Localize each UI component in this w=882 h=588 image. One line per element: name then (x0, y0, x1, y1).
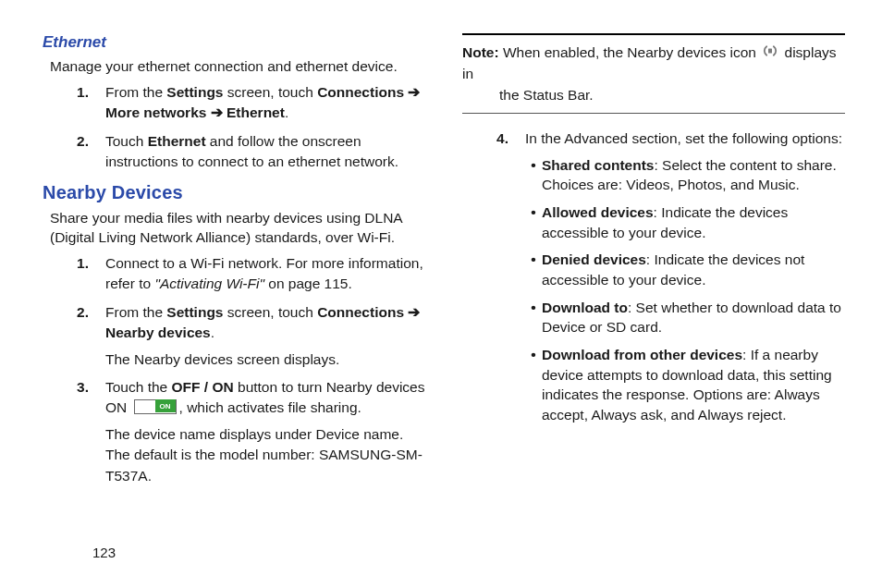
text: When enabled, the Nearby devices icon (499, 44, 761, 60)
bullet-icon: • (525, 155, 542, 195)
step-number: 1. (43, 82, 105, 124)
nearby-steps: 1. Connect to a Wi-Fi network. For more … (43, 253, 427, 487)
list-item: 2. From the Settings screen, touch Conne… (43, 302, 427, 370)
nearby-devices-icon (762, 43, 778, 64)
bold: Ethernet (148, 133, 206, 149)
text: Touch (105, 133, 148, 149)
text: screen, touch (223, 304, 317, 320)
ethernet-steps: 1. From the Settings screen, touch Conne… (43, 82, 427, 173)
step-4-list: 4. In the Advanced section, set the foll… (462, 129, 845, 433)
bullet-text: Denied devices: Indicate the devices not… (542, 250, 845, 289)
bullet-icon: • (525, 250, 542, 289)
step-number: 4. (462, 129, 525, 433)
nearby-devices-heading: Nearby Devices (43, 182, 427, 203)
bold: More networks (105, 104, 206, 120)
nearby-intro: Share your media files with nearby devic… (50, 209, 427, 248)
bold: Download to (542, 300, 628, 315)
bold: Download from other devices (542, 347, 742, 362)
arrow-icon: ➔ (206, 104, 227, 120)
arrow-icon: ➔ (404, 84, 420, 100)
bold: Settings (166, 304, 223, 320)
list-item: •Denied devices: Indicate the devices no… (525, 250, 845, 289)
list-item: 4. In the Advanced section, set the foll… (462, 129, 845, 433)
step-text: In the Advanced section, set the followi… (525, 129, 845, 433)
bullet-text: Allowed devices: Indicate the devices ac… (542, 202, 845, 242)
step-number: 2. (43, 131, 105, 173)
bold: Nearby devices (105, 325, 211, 340)
text: The Nearby devices screen displays. (105, 351, 339, 367)
bullet-icon: • (525, 202, 542, 242)
text: . (211, 325, 214, 340)
text: From the (105, 304, 166, 320)
bullet-text: Shared contents: Select the content to s… (542, 155, 845, 195)
list-item: 1. Connect to a Wi-Fi network. For more … (43, 253, 427, 295)
svg-rect-0 (768, 48, 772, 53)
text: . (285, 104, 288, 120)
step-text: From the Settings screen, touch Connecti… (105, 82, 427, 124)
note-label: Note: (462, 44, 499, 60)
bold: Connections (317, 304, 404, 320)
text: , which activates file sharing. (179, 399, 361, 415)
list-item: •Download from other devices: If a nearb… (525, 345, 845, 425)
bold: Ethernet (227, 104, 285, 120)
bold: Shared contents (542, 157, 654, 173)
bullet-text: Download to: Set whether to download dat… (542, 298, 845, 337)
list-item: •Download to: Set whether to download da… (525, 298, 845, 337)
step-number: 2. (43, 302, 105, 370)
toggle-on-icon (134, 399, 177, 414)
step-text: Touch Ethernet and follow the onscreen i… (105, 131, 427, 173)
text: In the Advanced section, set the followi… (525, 130, 842, 146)
step-text: Touch the OFF / ON button to turn Nearby… (105, 377, 427, 486)
bold: Connections (317, 84, 404, 100)
bullet-icon: • (525, 345, 542, 425)
left-column: Ethernet Manage your ethernet connection… (43, 33, 427, 494)
note-box: Note: When enabled, the Nearby devices i… (462, 33, 845, 114)
text: on page 115. (264, 276, 352, 291)
bold: Allowed devices (542, 204, 654, 220)
step-number: 3. (43, 377, 105, 486)
list-item: •Allowed devices: Indicate the devices a… (525, 202, 845, 242)
bullet-text: Download from other devices: If a nearby… (542, 345, 845, 425)
ethernet-intro: Manage your ethernet connection and ethe… (50, 57, 427, 77)
note-continuation: the Status Bar. (462, 85, 845, 105)
italic: "Activating Wi-Fi" (154, 276, 264, 291)
list-item: •Shared contents: Select the content to … (525, 155, 845, 195)
step-number: 1. (43, 253, 105, 295)
bold: Settings (166, 84, 223, 100)
list-item: 1. From the Settings screen, touch Conne… (43, 82, 427, 124)
list-item: 3. Touch the OFF / ON button to turn Nea… (43, 377, 427, 486)
ethernet-heading: Ethernet (43, 33, 427, 52)
bullet-icon: • (525, 298, 542, 337)
text: Touch the (105, 379, 172, 395)
right-column: Note: When enabled, the Nearby devices i… (462, 33, 845, 494)
step-text: From the Settings screen, touch Connecti… (105, 302, 427, 370)
text: screen, touch (223, 84, 317, 100)
page-number: 123 (92, 545, 116, 560)
bold: Denied devices (542, 251, 646, 267)
arrow-icon: ➔ (404, 304, 420, 320)
text: The device name displays under Device na… (105, 426, 423, 484)
text: From the (105, 84, 166, 100)
list-item: 2. Touch Ethernet and follow the onscree… (43, 131, 427, 173)
step-text: Connect to a Wi-Fi network. For more inf… (105, 253, 427, 295)
bold: OFF / ON (172, 379, 234, 395)
options-bullets: •Shared contents: Select the content to … (525, 155, 845, 425)
